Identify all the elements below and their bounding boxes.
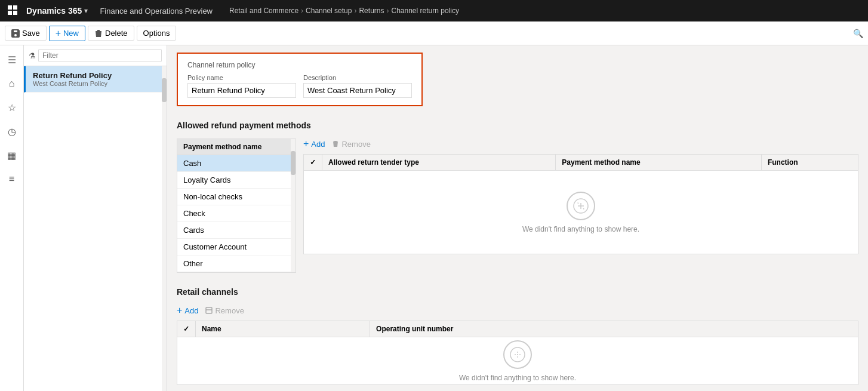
- plus-icon: +: [303, 138, 309, 149]
- action-bar: Save + New Delete Options 🔍: [0, 21, 868, 45]
- tender-add-button[interactable]: + Add: [303, 138, 325, 149]
- payment-layout: Payment method name Cash Loyalty Cards N…: [177, 138, 858, 273]
- favorites-icon[interactable]: ☆: [2, 98, 21, 117]
- tender-add-label: Add: [311, 140, 325, 149]
- list-item-title: Return Refund Policy: [33, 71, 159, 80]
- description-input[interactable]: [303, 83, 412, 98]
- channels-remove-button[interactable]: Remove: [205, 306, 244, 315]
- recent-icon[interactable]: ◷: [2, 122, 21, 141]
- options-button[interactable]: Options: [137, 26, 177, 41]
- tender-table-header-row: ✓ Allowed return tender type Payment met…: [304, 155, 858, 171]
- channels-col-check[interactable]: ✓: [177, 321, 196, 337]
- policy-name-label: Policy name: [187, 74, 296, 81]
- tender-empty-message: We didn't find anything to show here.: [522, 225, 639, 233]
- delete-label: Delete: [105, 29, 128, 38]
- list-item-subtitle: West Coast Return Policy: [33, 80, 159, 87]
- channels-table-actions: + Add Remove: [177, 305, 858, 316]
- list-scroll: Return Refund Policy West Coast Return P…: [24, 66, 167, 391]
- payment-item-loyalty[interactable]: Loyalty Cards: [177, 172, 296, 189]
- filter-input[interactable]: [38, 49, 162, 62]
- svg-rect-5: [206, 307, 212, 313]
- policy-card: Channel return policy Policy name Descri…: [177, 53, 423, 106]
- list-panel: ⚗ Return Refund Policy West Coast Return…: [24, 45, 167, 391]
- policy-name-group: Policy name: [187, 74, 296, 98]
- filter-icon[interactable]: ⚗: [29, 51, 36, 60]
- sidebar-icons: ☰ ⌂ ☆ ◷ ▦ ≡: [0, 45, 24, 391]
- channels-empty-message: We didn't find anything to show here.: [459, 374, 576, 382]
- hamburger-menu-icon[interactable]: ☰: [2, 50, 21, 69]
- new-button[interactable]: + New: [49, 26, 85, 41]
- save-label: Save: [22, 29, 40, 38]
- breadcrumb-item-1[interactable]: Retail and Commerce: [229, 7, 298, 15]
- payment-item-cash[interactable]: Cash: [177, 155, 296, 172]
- allowed-refund-section: Allowed refund payment methods Payment m…: [177, 116, 858, 273]
- payment-item-nonlocal[interactable]: Non-local checks: [177, 189, 296, 205]
- payment-item-customer[interactable]: Customer Account: [177, 239, 296, 255]
- top-nav: Dynamics 365 ▾ Finance and Operations Pr…: [0, 0, 868, 21]
- allowed-refund-title: Allowed refund payment methods: [177, 116, 858, 133]
- tender-col-payment-method: Payment method name: [556, 155, 762, 171]
- payment-list-items: Cash Loyalty Cards Non-local checks Chec…: [177, 155, 296, 272]
- tender-table-actions: + Add Remove: [303, 138, 858, 149]
- tender-empty-icon: [567, 192, 595, 220]
- tender-col-tender-type: Allowed return tender type: [322, 155, 556, 171]
- home-icon[interactable]: ⌂: [2, 74, 21, 93]
- tender-remove-button[interactable]: Remove: [332, 140, 370, 149]
- channels-col-name: Name: [196, 321, 370, 337]
- svg-rect-3: [13, 11, 17, 15]
- svg-rect-2: [8, 11, 12, 15]
- brand-chevron-icon: ▾: [84, 7, 88, 15]
- channels-add-label: Add: [184, 306, 198, 315]
- tender-col-check[interactable]: ✓: [304, 155, 322, 171]
- app-grid-icon[interactable]: [5, 2, 21, 19]
- workspaces-icon[interactable]: ▦: [2, 146, 21, 165]
- channels-add-button[interactable]: + Add: [177, 305, 198, 316]
- retail-channels-section: Retail channels + Add Remove ✓: [177, 282, 858, 385]
- scrollbar[interactable]: [162, 66, 167, 391]
- search-button[interactable]: 🔍: [853, 29, 863, 38]
- list-view-icon[interactable]: ≡: [2, 170, 21, 189]
- brand-section[interactable]: Dynamics 365 ▾: [26, 6, 88, 16]
- options-label: Options: [143, 29, 170, 38]
- channels-plus-icon: +: [177, 305, 182, 316]
- brand-name: Dynamics 365: [26, 6, 82, 16]
- delete-button[interactable]: Delete: [88, 26, 134, 41]
- svg-rect-1: [13, 5, 17, 10]
- channels-table-header-row: ✓ Name Operating unit number: [177, 321, 858, 337]
- payment-item-check[interactable]: Check: [177, 205, 296, 222]
- tender-col-function: Function: [761, 155, 858, 171]
- breadcrumb-item-3[interactable]: Returns: [359, 7, 384, 15]
- channels-empty-icon: [503, 340, 532, 369]
- payment-list-scrollbar-thumb: [291, 151, 296, 175]
- description-label: Description: [303, 74, 412, 81]
- tender-remove-label: Remove: [341, 140, 370, 149]
- save-button[interactable]: Save: [5, 26, 47, 41]
- breadcrumb: Retail and Commerce › Channel setup › Re…: [229, 7, 459, 15]
- policy-card-title: Channel return policy: [187, 61, 412, 69]
- payment-item-other[interactable]: Other: [177, 255, 296, 272]
- policy-name-input[interactable]: [187, 83, 296, 98]
- main-layout: ☰ ⌂ ☆ ◷ ▦ ≡ ⚗ Return Refund Policy West …: [0, 45, 868, 391]
- tender-table: ✓ Allowed return tender type Payment met…: [303, 154, 858, 171]
- payment-item-cards[interactable]: Cards: [177, 222, 296, 239]
- breadcrumb-item-2[interactable]: Channel setup: [306, 7, 352, 15]
- list-panel-header: ⚗: [24, 45, 167, 66]
- tender-table-col: + Add Remove ✓ Allowed return tender: [303, 138, 858, 273]
- payment-list-col: Payment method name Cash Loyalty Cards N…: [177, 138, 296, 273]
- retail-channels-title: Retail channels: [177, 282, 858, 299]
- description-group: Description: [303, 74, 412, 98]
- svg-rect-0: [8, 5, 12, 10]
- list-item[interactable]: Return Refund Policy West Coast Return P…: [24, 66, 167, 93]
- payment-list-scrollbar[interactable]: [291, 139, 296, 272]
- scrollbar-thumb: [162, 78, 167, 102]
- policy-fields: Policy name Description: [187, 74, 412, 98]
- tender-table-empty: We didn't find anything to show here.: [303, 171, 858, 254]
- env-name: Finance and Operations Preview: [100, 7, 213, 16]
- channels-table-empty: We didn't find anything to show here.: [177, 337, 858, 385]
- breadcrumb-item-4[interactable]: Channel return policy: [391, 7, 458, 15]
- channels-col-operating: Operating unit number: [370, 321, 858, 337]
- content-area: Channel return policy Policy name Descri…: [167, 45, 868, 391]
- new-label: New: [63, 29, 79, 38]
- channels-table: ✓ Name Operating unit number: [177, 321, 858, 337]
- channels-remove-label: Remove: [215, 306, 244, 315]
